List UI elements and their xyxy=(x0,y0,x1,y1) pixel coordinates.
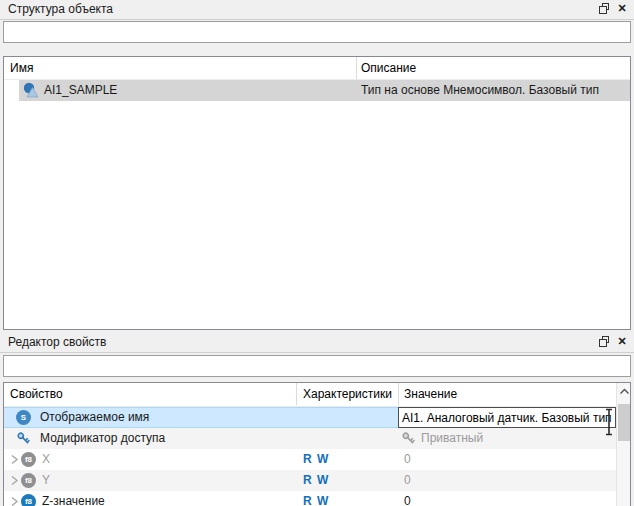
property-row-y[interactable]: f8 Y R W 0 xyxy=(4,470,616,491)
f8-type-icon: f8 xyxy=(21,494,36,506)
mnemonic-symbol-icon xyxy=(23,82,39,98)
structure-panel-titlebar: Структура объекта ✕ xyxy=(0,0,634,20)
column-header-value[interactable]: Значение xyxy=(404,383,457,405)
property-value: 0 xyxy=(404,449,411,470)
column-divider[interactable] xyxy=(398,383,399,405)
vertical-scrollbar[interactable] xyxy=(616,383,631,506)
scrollbar-thumb[interactable] xyxy=(618,404,631,441)
column-header-description[interactable]: Описание xyxy=(361,57,416,79)
property-label: Y xyxy=(42,470,50,491)
app-window: { "structure_panel": { "title": "Структу… xyxy=(0,0,634,506)
object-name: AI1_SAMPLE xyxy=(44,80,117,101)
undock-icon[interactable] xyxy=(596,334,612,349)
property-row-z-value[interactable]: f8 Z-значение R W 0 xyxy=(4,491,616,506)
properties-panel-titlebar: Редактор свойств ✕ xyxy=(0,333,634,353)
column-header-name[interactable]: Имя xyxy=(10,57,33,79)
object-description: Тип на основе Мнемосимвол. Базовый тип xyxy=(361,80,599,101)
column-divider[interactable] xyxy=(356,57,357,79)
property-label: Отображаемое имя xyxy=(40,407,149,428)
string-property-icon: S xyxy=(16,410,31,425)
characteristics: R W xyxy=(303,470,329,491)
property-label: Модификатор доступа xyxy=(40,428,165,449)
characteristics: R W xyxy=(303,491,329,506)
structure-tree: Имя Описание AI1_SAMPLE Тип на основе Мн… xyxy=(3,56,631,330)
undock-icon[interactable] xyxy=(596,1,612,16)
chevron-right-icon[interactable] xyxy=(9,475,19,486)
structure-panel-title: Структура объекта xyxy=(8,2,113,16)
column-header-property[interactable]: Свойство xyxy=(10,383,63,405)
structure-search-input[interactable] xyxy=(3,21,631,43)
undock-icon-glyph xyxy=(599,336,610,347)
chevron-right-icon[interactable] xyxy=(9,496,19,506)
chevron-right-icon[interactable] xyxy=(9,454,19,465)
key-icon xyxy=(16,431,31,446)
property-label: Z-значение xyxy=(42,491,105,506)
ibeam-cursor xyxy=(603,408,615,436)
column-header-characteristics[interactable]: Характеристики xyxy=(303,383,392,405)
properties-panel-title: Редактор свойств xyxy=(8,335,106,349)
close-icon[interactable]: ✕ xyxy=(614,334,630,349)
properties-table: Свойство Характеристики Значение S Отобр… xyxy=(3,382,631,506)
properties-search-input[interactable] xyxy=(3,355,631,377)
property-row-x[interactable]: f8 X R W 0 xyxy=(4,449,616,470)
property-label: X xyxy=(42,449,50,470)
property-row-access-modifier[interactable]: Модификатор доступа Приватный xyxy=(4,428,616,449)
characteristics: R W xyxy=(303,449,329,470)
property-value: 0 xyxy=(404,491,411,506)
column-divider[interactable] xyxy=(296,383,297,405)
property-row-display-name[interactable]: S Отображаемое имя xyxy=(4,407,616,428)
property-value: 0 xyxy=(404,470,411,491)
scrollbar-down-icon[interactable] xyxy=(618,501,631,506)
undock-icon-glyph xyxy=(599,3,610,14)
f8-type-icon: f8 xyxy=(21,473,36,488)
scrollbar-up-icon[interactable] xyxy=(618,384,631,399)
tree-row-ai1-sample[interactable]: AI1_SAMPLE Тип на основе Мнемосимвол. Ба… xyxy=(4,80,630,101)
property-value: Приватный xyxy=(421,428,483,449)
value-edit-input[interactable] xyxy=(398,407,616,428)
f8-type-icon: f8 xyxy=(21,452,36,467)
close-icon[interactable]: ✕ xyxy=(614,1,630,16)
private-access-icon xyxy=(401,431,416,446)
